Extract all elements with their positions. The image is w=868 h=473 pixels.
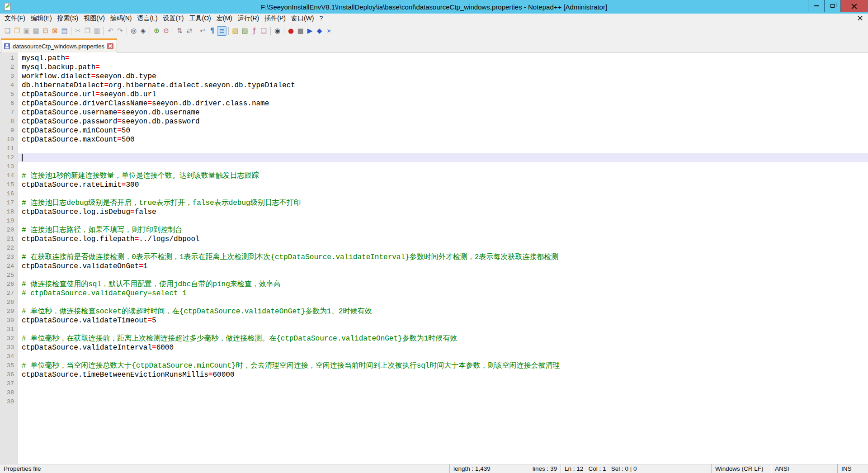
menu-file[interactable]: 文件(F): [2, 14, 28, 24]
editor-line-26[interactable]: 26# 做连接检查使用的sql，默认不用配置，使用jdbc自带的ping来检查，…: [0, 280, 868, 289]
line-number[interactable]: 38: [0, 388, 18, 397]
menu-encoding[interactable]: 编码(N): [108, 14, 134, 24]
editor-line-6[interactable]: 6ctpDataSource.driverClassName=seeyon.db…: [0, 99, 868, 108]
line-number[interactable]: 11: [0, 144, 18, 153]
copy-button[interactable]: ❒: [83, 26, 92, 36]
menu-window[interactable]: 窗口(W): [288, 14, 317, 24]
editor-line-25[interactable]: 25: [0, 271, 868, 280]
run-macro-multiple-times-button[interactable]: »: [324, 26, 334, 36]
editor-line-18[interactable]: 18ctpDataSource.log.isDebug=false: [0, 208, 868, 217]
editor-line-24[interactable]: 24ctpDataSource.validateOnGet=1: [0, 262, 868, 271]
line-number[interactable]: 36: [0, 370, 18, 379]
statusbar-encoding[interactable]: ANSI: [771, 464, 837, 473]
statusbar-insert-mode[interactable]: INS: [837, 464, 868, 473]
menu-tools[interactable]: 工具(O): [186, 14, 213, 24]
editor-line-30[interactable]: 30ctpDataSource.validateTimeout=5: [0, 316, 868, 325]
editor-line-14[interactable]: 14# 连接池1秒的新建连接数量，单位是连接个数。达到该数量触发日志跟踪: [0, 171, 868, 180]
editor-line-29[interactable]: 29# 单位秒，做连接检查socket的读超时时间，在{ctpDataSourc…: [0, 307, 868, 316]
editor-line-37[interactable]: 37: [0, 379, 868, 388]
editor-line-1[interactable]: 1mysql.path=: [0, 54, 868, 63]
line-number[interactable]: 2: [0, 63, 18, 72]
cut-button[interactable]: ✂: [73, 26, 83, 36]
undo-button[interactable]: ↶: [106, 26, 115, 36]
print-button[interactable]: ▤: [60, 26, 69, 36]
line-number[interactable]: 12: [0, 153, 18, 162]
editor-line-16[interactable]: 16: [0, 189, 868, 199]
line-number[interactable]: 7: [0, 108, 18, 117]
line-number[interactable]: 18: [0, 208, 18, 217]
editor-line-32[interactable]: 32# 单位毫秒，在获取连接前，距离上次检测连接超过多少毫秒，做连接检测。在{c…: [0, 334, 868, 343]
close-button[interactable]: [840, 0, 868, 12]
replace-button[interactable]: ◈: [138, 26, 148, 36]
restore-button[interactable]: [824, 0, 841, 12]
line-number[interactable]: 28: [0, 298, 18, 307]
menu-help[interactable]: ?: [316, 14, 326, 24]
editor-line-7[interactable]: 7ctpDataSource.username=seeyon.db.userna…: [0, 108, 868, 117]
statusbar-eol-format[interactable]: Windows (CR LF): [711, 464, 771, 473]
editor-line-15[interactable]: 15ctpDataSource.rateLimit=300: [0, 180, 868, 189]
menu-view[interactable]: 视图(V): [81, 14, 108, 24]
sync-vertical-scroll-button[interactable]: ⇅: [175, 26, 184, 36]
editor-line-5[interactable]: 5ctpDataSource.url=seeyon.db.url: [0, 90, 868, 99]
line-number[interactable]: 35: [0, 361, 18, 370]
save-macro-button[interactable]: ◆: [315, 26, 324, 36]
line-number[interactable]: 23: [0, 253, 18, 262]
monitoring-button[interactable]: ◉: [273, 26, 282, 36]
folder-as-workspace-button[interactable]: ❑: [259, 26, 269, 36]
show-all-characters-button[interactable]: ¶: [208, 26, 217, 36]
paste-button[interactable]: ▥: [92, 26, 102, 36]
editor-line-35[interactable]: 35# 单位毫秒，当空闲连接总数大于{ctpDataSource.minCoun…: [0, 361, 868, 370]
line-number[interactable]: 16: [0, 189, 18, 199]
line-number[interactable]: 25: [0, 271, 18, 280]
playback-macro-button[interactable]: ▶: [305, 26, 315, 36]
editor-line-23[interactable]: 23# 在获取连接前是否做连接检测，0表示不检测，1表示在距离上次检测到本次{c…: [0, 253, 868, 262]
close-file-button[interactable]: ⊟: [41, 26, 50, 36]
save-all-button[interactable]: ▩: [31, 26, 41, 36]
line-number[interactable]: 8: [0, 117, 18, 126]
editor-line-8[interactable]: 8ctpDataSource.password=seeyon.db.passwo…: [0, 117, 868, 126]
editor-line-33[interactable]: 33ctpDataSource.validateInterval=6000: [0, 343, 868, 352]
line-number[interactable]: 29: [0, 307, 18, 316]
document-map-button[interactable]: ▨: [240, 26, 250, 36]
zoom-out-button[interactable]: ⊖: [161, 26, 171, 36]
editor-line-17[interactable]: 17# 连接池日志debug级别是否开启，true表示打开，false表示deb…: [0, 199, 868, 208]
menu-run[interactable]: 运行(R): [235, 14, 262, 24]
menu-plugins[interactable]: 插件(P): [262, 14, 288, 24]
editor-area[interactable]: 1mysql.path=2mysql.backup.path=3workflow…: [0, 52, 868, 464]
function-list-button[interactable]: ƒ: [250, 26, 259, 36]
line-number[interactable]: 6: [0, 99, 18, 108]
line-number[interactable]: 39: [0, 397, 18, 407]
editor-line-34[interactable]: 34: [0, 352, 868, 361]
close-all-button[interactable]: ⊠: [50, 26, 60, 36]
sync-horizontal-scroll-button[interactable]: ⇄: [184, 26, 194, 36]
line-number[interactable]: 27: [0, 289, 18, 298]
minimize-button[interactable]: [808, 0, 825, 12]
editor-line-4[interactable]: 4db.hibernateDialect=org.hibernate.diale…: [0, 81, 868, 90]
line-number[interactable]: 13: [0, 162, 18, 171]
editor-line-2[interactable]: 2mysql.backup.path=: [0, 63, 868, 72]
editor-line-12[interactable]: 12: [0, 153, 868, 162]
line-number[interactable]: 20: [0, 226, 18, 235]
show-indent-guide-button[interactable]: ≡: [217, 26, 226, 36]
line-number[interactable]: 26: [0, 280, 18, 289]
menu-macro[interactable]: 宏(M): [214, 14, 235, 24]
tab-datasourceCtp-windows-properties[interactable]: datasourceCtp_windows.properties: [1, 38, 117, 52]
editor-line-22[interactable]: 22: [0, 244, 868, 253]
line-number[interactable]: 5: [0, 90, 18, 99]
line-number[interactable]: 34: [0, 352, 18, 361]
line-number[interactable]: 37: [0, 379, 18, 388]
user-defined-dialog-button[interactable]: ▧: [231, 26, 240, 36]
open-file-button[interactable]: ❐: [12, 26, 22, 36]
menu-search[interactable]: 搜索(S): [55, 14, 81, 24]
menu-language[interactable]: 语言(L): [134, 14, 160, 24]
editor-line-3[interactable]: 3workflow.dialect=seeyon.db.type: [0, 72, 868, 81]
menu-settings[interactable]: 设置(T): [160, 14, 187, 24]
line-number[interactable]: 32: [0, 334, 18, 343]
line-number[interactable]: 17: [0, 199, 18, 208]
line-number[interactable]: 15: [0, 180, 18, 189]
menu-edit[interactable]: 编辑(E): [28, 14, 55, 24]
editor-line-27[interactable]: 27# ctpDataSource.validateQuery=select 1: [0, 289, 868, 298]
word-wrap-button[interactable]: ↵: [198, 26, 208, 36]
line-number[interactable]: 1: [0, 54, 18, 63]
new-file-button[interactable]: ❏: [3, 26, 12, 36]
